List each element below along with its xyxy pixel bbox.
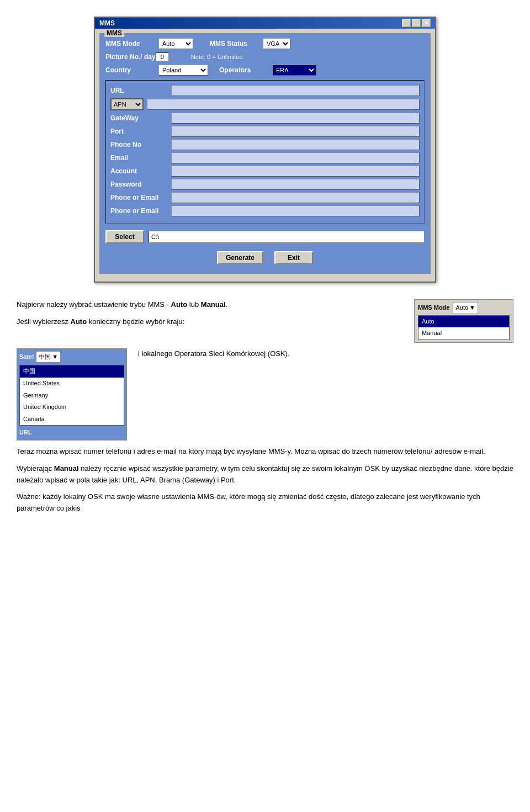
title-bar-buttons: _ □ ✕ <box>402 19 431 27</box>
mini-country-top: Satel 中国 ▼ <box>19 351 124 363</box>
para1: Najpierw należy wybrać ustawienie trybu … <box>17 299 403 311</box>
para3: i lokalnego Operatora Sieci Komórkowej (… <box>138 348 513 360</box>
apn-select[interactable]: APN <box>110 98 144 110</box>
url-row: URL <box>110 85 420 96</box>
para1-bold-auto: Auto <box>171 300 188 309</box>
generate-exit-row: Generate Exit <box>105 249 425 267</box>
mini-mode-dropdown: Auto Manual <box>418 315 510 340</box>
inner-form: URL APN GateWay <box>105 80 425 224</box>
email-label: Email <box>110 154 171 162</box>
para4: Teraz można wpisać numer telefonu i adre… <box>17 446 513 458</box>
country-operators-row: Country Poland Operators ERA <box>105 65 425 76</box>
para5: Wybierając Manual należy ręcznie wpisać … <box>17 463 513 486</box>
para1-bold-manual: Manual <box>201 300 226 309</box>
password-row: Password <box>110 179 420 190</box>
mini-mode-label: MMS Mode <box>418 303 449 313</box>
mini-url-row: URL <box>19 428 124 438</box>
gateway-row: GateWay <box>110 113 420 124</box>
phone-no-label: Phone No <box>110 141 171 148</box>
mini-country-select[interactable]: 中国 ▼ <box>36 351 61 363</box>
operators-label: Operators <box>219 66 269 74</box>
exit-button[interactable]: Exit <box>274 251 313 264</box>
mms-status-label: MMS Status <box>210 40 259 47</box>
port-input[interactable] <box>171 126 420 137</box>
mini-dropdown-arrow: ▼ <box>469 303 475 313</box>
mini-country-box: Satel 中国 ▼ 中国 United States Germany Unit… <box>17 348 127 441</box>
mms-mode-label: MMS Mode <box>105 40 155 47</box>
mms-status-item: MMS Status VGA <box>210 38 290 49</box>
mini-country-item-2[interactable]: Germany <box>20 390 124 402</box>
pic-day-value: 0 <box>156 52 169 61</box>
mms-status-select[interactable]: VGA <box>263 38 290 49</box>
para3-text: i lokalnego Operatora Sieci Komórkowej (… <box>138 348 513 365</box>
select-path-row: Select <box>105 228 425 246</box>
mms-dialog: MMS _ □ ✕ MMS MMS Mode Auto Manual <box>94 17 436 283</box>
note-text: Note: 0 = Unlimited <box>191 54 243 60</box>
phone-or-email-label-1: Phone or Email <box>110 194 171 201</box>
mms-mode-select[interactable]: Auto Manual <box>158 38 193 49</box>
phone-email-row-1: Phone or Email <box>110 192 420 203</box>
para5-suffix: należy ręcznie wpisać wszystkie parametr… <box>17 464 513 484</box>
select-button[interactable]: Select <box>105 230 144 243</box>
phone-no-input[interactable] <box>171 139 420 150</box>
phone-email-row-2: Phone or Email <box>110 205 420 216</box>
password-input[interactable] <box>171 179 420 190</box>
url-input[interactable] <box>171 85 420 96</box>
mms-group-box: MMS MMS Mode Auto Manual MMS Status VGA <box>99 33 431 274</box>
para6: Ważne: każdy lokalny OSK ma swoje własne… <box>17 491 513 514</box>
para1-prefix: Najpierw należy wybrać ustawienie trybu … <box>17 300 171 309</box>
email-input[interactable] <box>171 152 420 163</box>
para2-bold: Auto <box>71 317 87 326</box>
mini-country-arrow: ▼ <box>52 352 58 362</box>
generate-button[interactable]: Generate <box>217 251 263 264</box>
account-input[interactable] <box>171 166 420 177</box>
phone-no-row: Phone No <box>110 139 420 150</box>
mini-country-item-0[interactable]: 中国 <box>20 365 124 378</box>
port-label: Port <box>110 128 171 135</box>
mini-country-item-1[interactable]: United States <box>20 378 124 390</box>
maximize-button[interactable]: □ <box>412 19 421 27</box>
close-button[interactable]: ✕ <box>422 19 431 27</box>
para2: Jeśli wybierzesz Auto konieczny będzie w… <box>17 316 403 328</box>
phone-or-email-input-2[interactable] <box>171 205 420 216</box>
mode-status-row: MMS Mode Auto Manual MMS Status VGA <box>105 38 425 49</box>
mini-flag: 中国 <box>39 352 51 362</box>
mini-mms-mode-box: MMS Mode Auto ▼ Auto Manual <box>414 299 513 343</box>
gateway-input[interactable] <box>171 113 420 124</box>
country-label: Country <box>105 66 155 74</box>
para1-inline: Najpierw należy wybrać ustawienie trybu … <box>17 299 513 343</box>
apn-input[interactable] <box>147 99 420 110</box>
mini-country-item-4[interactable]: Canada <box>20 413 124 426</box>
mini-mode-select[interactable]: Auto ▼ <box>453 302 478 314</box>
operators-select[interactable]: ERA <box>272 65 316 76</box>
dialog-content: MMS MMS Mode Auto Manual MMS Status VGA <box>95 29 435 282</box>
para5-bold: Manual <box>54 464 79 473</box>
phone-or-email-input-1[interactable] <box>171 192 420 203</box>
mini-mode-value: Auto <box>455 303 468 313</box>
mini-satel-label: Satel <box>19 352 34 362</box>
para1-suffix: . <box>226 300 228 309</box>
mini-url-label: URL <box>19 429 32 436</box>
phone-or-email-label-2: Phone or Email <box>110 207 171 215</box>
para5-prefix: Wybierając <box>17 464 54 473</box>
password-label: Password <box>110 181 171 188</box>
pic-day-row: Picture No./ day 0 Note: 0 = Unlimited <box>105 52 425 61</box>
gateway-label: GateWay <box>110 114 171 122</box>
country-item: Country Poland <box>105 65 208 76</box>
mini-mode-item-manual[interactable]: Manual <box>418 327 509 339</box>
mini-mode-item-auto[interactable]: Auto <box>418 316 509 328</box>
country-select[interactable]: Poland <box>158 65 208 76</box>
path-input[interactable] <box>149 231 425 243</box>
title-bar: MMS _ □ ✕ <box>95 18 435 29</box>
account-row: Account <box>110 166 420 177</box>
port-row: Port <box>110 126 420 137</box>
para1-text: Najpierw należy wybrać ustawienie trybu … <box>17 299 403 333</box>
group-label: MMS <box>104 29 124 37</box>
minimize-button[interactable]: _ <box>402 19 411 27</box>
mini-mode-row: MMS Mode Auto ▼ <box>418 302 510 314</box>
mini-country-item-3[interactable]: United Kingdom <box>20 401 124 413</box>
mms-mode-item: MMS Mode Auto Manual <box>105 38 193 49</box>
mini-country-list: 中国 United States Germany United Kingdom … <box>19 365 124 426</box>
para3-inline: Satel 中国 ▼ 中国 United States Germany Unit… <box>17 348 513 441</box>
para1-mid: lub <box>187 300 201 309</box>
